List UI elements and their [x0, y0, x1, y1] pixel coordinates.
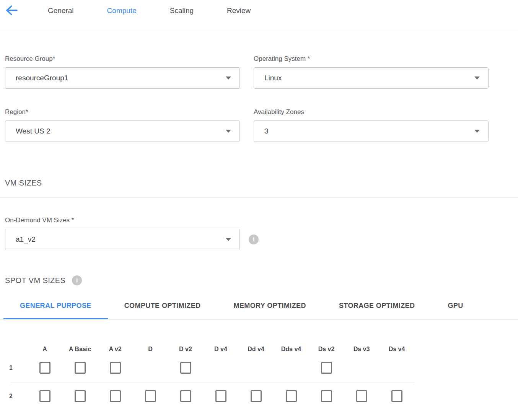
vm-size-checkbox[interactable] — [110, 362, 121, 374]
tab-storage-optimized[interactable]: STORAGE OPTIMIZED — [323, 296, 431, 319]
operating-system-value: Linux — [264, 74, 282, 82]
vm-column-header: Dd v4 — [238, 345, 274, 353]
compute-wizard-page: General Compute Scaling Review Resource … — [0, 0, 518, 420]
wizard-step-tabs: General Compute Scaling Review — [48, 5, 251, 16]
info-icon[interactable]: i — [72, 275, 82, 285]
back-button[interactable] — [5, 5, 18, 16]
region-value: West US 2 — [16, 127, 50, 135]
tab-label: COMPUTE OPTIMIZED — [124, 302, 201, 309]
vm-size-checkbox[interactable] — [321, 362, 332, 374]
tab-compute-optimized[interactable]: COMPUTE OPTIMIZED — [108, 296, 217, 319]
on-demand-label: On-Demand VM Sizes * — [5, 216, 513, 225]
vm-grid-cell — [344, 390, 379, 402]
vm-grid-row: 1 — [0, 362, 518, 374]
tab-gpu[interactable]: GPU — [431, 296, 479, 319]
on-demand-line: a1_v2 i — [5, 229, 513, 250]
vm-size-checkbox[interactable] — [145, 390, 156, 402]
region-field: Region* West US 2 — [5, 108, 240, 142]
vm-grid-cell — [62, 362, 98, 374]
availability-zones-field: Availability Zones 3 — [254, 108, 489, 142]
resource-group-select[interactable]: resourceGroup1 — [5, 67, 240, 89]
vm-size-checkbox[interactable] — [251, 390, 262, 402]
compute-form: Resource Group* resourceGroup1 Operating… — [0, 55, 518, 142]
tab-label: STORAGE OPTIMIZED — [339, 302, 415, 309]
vm-column-header: A v2 — [98, 345, 133, 353]
spot-vm-category-tabs: GENERAL PURPOSE COMPUTE OPTIMIZED MEMORY… — [0, 296, 518, 320]
vm-size-checkbox[interactable] — [39, 362, 50, 374]
vm-column-header: A Basic — [62, 345, 98, 353]
vm-grid-row: 2 — [0, 390, 518, 402]
vm-row-label: 1 — [0, 365, 27, 371]
on-demand-select[interactable]: a1_v2 — [5, 229, 240, 250]
availability-zones-select[interactable]: 3 — [254, 120, 489, 142]
resource-group-value: resourceGroup1 — [16, 74, 68, 82]
vm-grid-cell — [133, 390, 168, 402]
wizard-header: General Compute Scaling Review — [0, 0, 518, 30]
tab-scaling[interactable]: Scaling — [170, 6, 194, 16]
vm-grid-cell — [274, 390, 309, 402]
vm-column-header: D — [133, 345, 168, 353]
row-divider — [11, 383, 414, 383]
tab-general-purpose[interactable]: GENERAL PURPOSE — [3, 296, 108, 319]
resource-group-label: Resource Group* — [5, 55, 240, 63]
vm-grid-cell — [98, 390, 133, 402]
vm-grid-cell — [309, 362, 344, 374]
tab-label: MEMORY OPTIMIZED — [234, 302, 306, 309]
tab-label: GPU — [448, 302, 463, 309]
region-select[interactable]: West US 2 — [5, 120, 240, 142]
vm-size-checkbox[interactable] — [180, 390, 191, 402]
section-divider — [0, 197, 518, 198]
vm-column-header: A — [27, 345, 62, 353]
resource-group-field: Resource Group* resourceGroup1 — [5, 55, 240, 89]
spot-vm-sizes-heading: SPOT VM SIZES — [5, 276, 65, 285]
vm-size-checkbox[interactable] — [39, 390, 50, 402]
vm-grid-cell — [309, 390, 344, 402]
vm-grid-cell — [379, 390, 414, 402]
vm-size-checkbox[interactable] — [391, 390, 402, 402]
vm-grid-cell — [238, 390, 274, 402]
chevron-down-icon — [226, 77, 231, 80]
vm-size-checkbox[interactable] — [75, 362, 86, 374]
vm-grid-cell — [168, 390, 203, 402]
region-label: Region* — [5, 108, 240, 116]
on-demand-section: On-Demand VM Sizes * a1_v2 i — [5, 216, 513, 250]
vm-grid-cell — [62, 390, 98, 402]
vm-size-grid: AA BasicA v2DD v2D v4Dd v4Dds v4Ds v2Ds … — [0, 345, 518, 402]
back-arrow-icon — [5, 11, 18, 17]
vm-grid-cell — [27, 390, 62, 402]
vm-grid-cell — [203, 390, 238, 402]
tab-compute[interactable]: Compute — [107, 6, 137, 16]
vm-grid-cell — [168, 362, 203, 374]
vm-size-checkbox[interactable] — [356, 390, 367, 402]
tab-memory-optimized[interactable]: MEMORY OPTIMIZED — [217, 296, 323, 319]
vm-size-checkbox[interactable] — [110, 390, 121, 402]
chevron-down-icon — [226, 238, 231, 241]
vm-size-checkbox[interactable] — [321, 390, 332, 402]
vm-size-checkbox[interactable] — [215, 390, 226, 402]
info-icon[interactable]: i — [249, 234, 259, 244]
vm-column-header: Ds v4 — [379, 345, 414, 353]
tab-general[interactable]: General — [48, 6, 74, 16]
availability-zones-label: Availability Zones — [254, 108, 489, 116]
vm-size-checkbox[interactable] — [75, 390, 86, 402]
vm-grid-rows: 12 — [0, 362, 518, 402]
vm-column-header: Ds v2 — [309, 345, 344, 353]
on-demand-field: a1_v2 — [5, 229, 240, 250]
active-tab-indicator — [3, 318, 108, 320]
vm-grid-header-row: AA BasicA v2DD v2D v4Dd v4Dds v4Ds v2Ds … — [0, 345, 518, 353]
vm-size-checkbox[interactable] — [180, 362, 191, 374]
vm-grid-cell — [98, 362, 133, 374]
spot-vm-sizes-heading-row: SPOT VM SIZES i — [5, 275, 513, 285]
chevron-down-icon — [474, 77, 480, 80]
chevron-down-icon — [226, 130, 231, 133]
operating-system-field: Operating System * Linux — [254, 55, 489, 89]
form-row: Resource Group* resourceGroup1 Operating… — [5, 55, 513, 89]
vm-size-checkbox[interactable] — [286, 390, 297, 402]
vm-column-header: D v2 — [168, 345, 203, 353]
tab-label: GENERAL PURPOSE — [20, 302, 91, 309]
operating-system-select[interactable]: Linux — [254, 67, 489, 89]
vm-row-label: 2 — [0, 393, 27, 400]
on-demand-value: a1_v2 — [16, 235, 36, 244]
chevron-down-icon — [474, 130, 480, 133]
tab-review[interactable]: Review — [227, 6, 251, 16]
